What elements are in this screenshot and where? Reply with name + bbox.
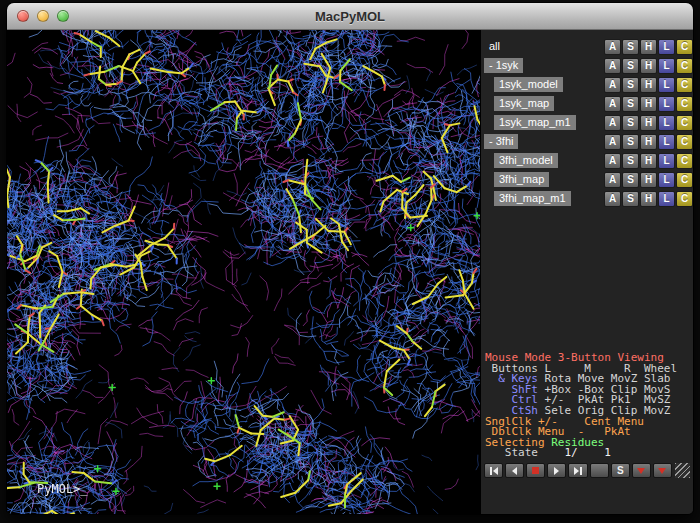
mouse-panel-line-9: State 1/ 1 [485, 448, 693, 459]
zoom-button[interactable] [57, 10, 69, 22]
object-row-1syk_map: 1syk_mapASHLC [481, 95, 693, 112]
mouse-panel-text: State [485, 446, 545, 459]
l-button[interactable]: L [658, 134, 675, 150]
object-row-all: allASHLC [481, 38, 693, 55]
s-button[interactable]: S [622, 191, 639, 207]
a-button[interactable]: A [604, 96, 621, 112]
c-button[interactable]: C [676, 39, 693, 55]
panel-bottom-pad [481, 480, 693, 514]
object-buttons: ASHLC [603, 77, 693, 93]
object-name[interactable]: 3fhi_map_m1 [494, 191, 571, 206]
h-button[interactable]: H [640, 39, 657, 55]
h-button[interactable]: H [640, 153, 657, 169]
object-name[interactable]: 1syk_map [494, 96, 554, 111]
scene-button[interactable]: S [611, 463, 630, 478]
s-button[interactable]: S [622, 172, 639, 188]
object-name[interactable]: - 1syk [484, 58, 523, 73]
panel-spacer [481, 209, 693, 351]
c-button[interactable]: C [676, 96, 693, 112]
menu-down-button-2[interactable] [653, 463, 672, 478]
a-button[interactable]: A [604, 115, 621, 131]
l-button[interactable]: L [658, 172, 675, 188]
h-button[interactable]: H [640, 96, 657, 112]
object-name[interactable]: all [484, 39, 505, 54]
prompt-cursor: _ [80, 482, 87, 496]
menu-down-button-1[interactable] [632, 463, 651, 478]
object-row-1syk: - 1sykASHLC [481, 57, 693, 74]
command-prompt[interactable]: PyMOL>_ [37, 482, 88, 496]
s-button[interactable]: S [622, 39, 639, 55]
l-button[interactable]: L [658, 153, 675, 169]
s-button[interactable]: S [622, 96, 639, 112]
object-name[interactable]: 1syk_map_m1 [494, 115, 576, 130]
l-button[interactable]: L [658, 115, 675, 131]
c-button[interactable]: C [676, 58, 693, 74]
s-button[interactable]: S [622, 134, 639, 150]
object-name[interactable]: - 3fhi [484, 134, 518, 149]
object-name[interactable]: 1syk_model [494, 77, 563, 92]
l-button[interactable]: L [658, 77, 675, 93]
l-button[interactable]: L [658, 191, 675, 207]
play-icon [554, 467, 559, 475]
a-button[interactable]: A [604, 77, 621, 93]
h-button[interactable]: H [640, 134, 657, 150]
density-mesh-render [7, 30, 480, 514]
object-buttons: ASHLC [603, 134, 693, 150]
object-buttons: ASHLC [603, 191, 693, 207]
object-row-3fhi: - 3fhiASHLC [481, 133, 693, 150]
movie-button[interactable] [590, 463, 609, 478]
object-buttons: ASHLC [603, 96, 693, 112]
l-button[interactable]: L [658, 58, 675, 74]
go-to-start-button[interactable] [484, 463, 503, 478]
window-title: MacPyMOL [315, 9, 385, 24]
a-button[interactable]: A [604, 39, 621, 55]
object-row-3fhi_map: 3fhi_mapASHLC [481, 171, 693, 188]
h-button[interactable]: H [640, 77, 657, 93]
window-content: PyMOL>_ allASHLC- 1sykASHLC1syk_modelASH… [7, 30, 693, 514]
stop-icon [532, 467, 539, 474]
c-button[interactable]: C [676, 115, 693, 131]
a-button[interactable]: A [604, 153, 621, 169]
h-button[interactable]: H [640, 191, 657, 207]
a-button[interactable]: A [604, 172, 621, 188]
h-button[interactable]: H [640, 115, 657, 131]
l-button[interactable]: L [658, 39, 675, 55]
object-row-1syk_model: 1syk_modelASHLC [481, 76, 693, 93]
s-button[interactable]: S [622, 58, 639, 74]
step-back-button[interactable] [505, 463, 524, 478]
minimize-button[interactable] [37, 10, 49, 22]
object-buttons: ASHLC [603, 39, 693, 55]
c-button[interactable]: C [676, 77, 693, 93]
object-row-3fhi_map_m1: 3fhi_map_m1ASHLC [481, 190, 693, 207]
movie-controls: S [481, 461, 693, 480]
stop-button[interactable] [526, 463, 545, 478]
c-button[interactable]: C [676, 134, 693, 150]
l-button[interactable]: L [658, 96, 675, 112]
c-button[interactable]: C [676, 153, 693, 169]
a-button[interactable]: A [604, 191, 621, 207]
object-buttons: ASHLC [603, 172, 693, 188]
c-button[interactable]: C [676, 191, 693, 207]
s-button[interactable]: S [622, 153, 639, 169]
s-button[interactable]: S [622, 77, 639, 93]
s-button[interactable]: S [622, 115, 639, 131]
play-button[interactable] [547, 463, 566, 478]
c-button[interactable]: C [676, 172, 693, 188]
a-button[interactable]: A [604, 134, 621, 150]
close-button[interactable] [17, 10, 29, 22]
go-to-end-button[interactable] [568, 463, 587, 478]
title-bar[interactable]: MacPyMOL [7, 3, 693, 30]
h-button[interactable]: H [640, 172, 657, 188]
window-controls [17, 3, 69, 29]
a-button[interactable]: A [604, 58, 621, 74]
object-name[interactable]: 3fhi_map [494, 172, 549, 187]
internal-gui-panel: allASHLC- 1sykASHLC1syk_modelASHLC1syk_m… [480, 30, 693, 514]
object-name[interactable]: 3fhi_model [494, 153, 558, 168]
tri-down-icon [658, 468, 666, 474]
letter-s-icon: S [617, 465, 624, 476]
object-row-1syk_map_m1: 1syk_map_m1ASHLC [481, 114, 693, 131]
resize-grip[interactable] [675, 463, 690, 478]
molecular-viewport[interactable]: PyMOL>_ [7, 30, 480, 514]
mouse-panel: Mouse Mode 3-Button Viewing Buttons L M … [481, 351, 693, 461]
h-button[interactable]: H [640, 58, 657, 74]
